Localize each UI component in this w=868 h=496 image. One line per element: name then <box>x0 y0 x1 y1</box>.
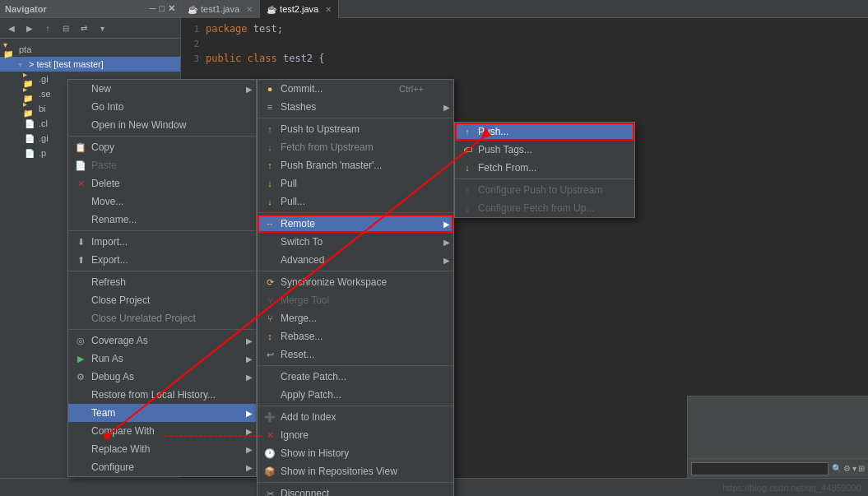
menu-export[interactable]: ⬆ Export... <box>68 251 256 269</box>
back-btn[interactable]: ◀ <box>3 20 20 36</box>
team-remote[interactable]: ↔ Remote ▶ <box>258 215 453 233</box>
tree-label-bi: bi <box>39 104 46 114</box>
navigator-title-bar: Navigator ─ □ ✕ <box>0 0 180 18</box>
menu-coverage-as[interactable]: ◎ Coverage As ▶ <box>68 331 256 350</box>
file-icon-gi2: 📄 <box>23 132 36 145</box>
pull-icon: ↓ <box>262 176 277 191</box>
sep4 <box>68 329 256 330</box>
team-rebase[interactable]: ↕ Rebase... <box>258 327 453 345</box>
menu-import[interactable]: ⬇ Import... <box>68 233 256 251</box>
team-show-repos[interactable]: 📦 Show in Repositories View <box>258 462 453 480</box>
menu-delete[interactable]: ✕ Delete <box>68 174 256 192</box>
push-icon: ↑ <box>460 124 475 139</box>
team-ignore[interactable]: ✕ Ignore <box>258 426 453 444</box>
menu-compare-with[interactable]: Compare With ▶ <box>68 422 256 440</box>
forward-btn[interactable]: ▶ <box>21 20 38 36</box>
menu-paste[interactable]: 📄 Paste <box>68 156 256 174</box>
line-content-2 <box>206 38 211 49</box>
remote-sep <box>455 178 634 179</box>
remote-push-tags[interactable]: 🏷 Push Tags... <box>455 141 634 159</box>
sep3 <box>68 271 256 271</box>
team-create-patch[interactable]: Create Patch... <box>258 368 453 386</box>
menu-run-as[interactable]: ▶ Run As ▶ <box>68 350 256 368</box>
team-stashes[interactable]: ≡ Stashes ▶ <box>258 98 453 116</box>
team-arrow: ▶ <box>246 409 253 418</box>
menu-copy[interactable]: 📋 Copy <box>68 138 256 156</box>
close-unrelated-icon <box>73 311 88 326</box>
menu-team[interactable]: Team ▶ <box>68 404 256 422</box>
team-switch-to[interactable]: Switch To ▶ <box>258 233 453 251</box>
team-pull-dots[interactable]: ↓ Pull... <box>258 192 453 211</box>
watermark-text: https://blog.csdn.net/qq_44859000 <box>722 483 861 493</box>
link-btn[interactable]: ⇄ <box>76 20 92 36</box>
tree-label-cl: .cl <box>39 118 48 128</box>
maximize-btn[interactable]: □ <box>159 3 165 14</box>
menu-btn[interactable]: ▾ <box>94 20 110 36</box>
team-merge[interactable]: ⑂ Merge... <box>258 309 453 327</box>
team-push-branch[interactable]: ↑ Push Branch 'master'... <box>258 156 453 174</box>
project-icon-test: ▾ <box>13 58 26 71</box>
team-disconnect[interactable]: ✂ Disconnect <box>258 484 453 496</box>
team-add-index[interactable]: ➕ Add to Index <box>258 408 453 426</box>
reset-icon: ↩ <box>262 347 277 362</box>
navigator-title: Navigator <box>5 4 47 14</box>
code-line-2: 2 <box>181 36 868 51</box>
line-num-3: 3 <box>181 53 206 64</box>
line-content-3: public class test2 { <box>206 53 325 64</box>
configure-arrow: ▶ <box>246 463 253 472</box>
menu-move[interactable]: Move... <box>68 192 256 211</box>
tree-label-gi2: .gi <box>39 133 49 143</box>
tab2-close[interactable]: ✕ <box>325 5 332 14</box>
remote-submenu: ↑ Push... 🏷 Push Tags... ↓ Fetch From...… <box>454 122 635 218</box>
rebase-icon: ↕ <box>262 329 277 344</box>
menu-refresh[interactable]: Refresh <box>68 273 256 291</box>
history-icon: 🕐 <box>262 446 277 461</box>
tab-test2[interactable]: ☕ test2.java ✕ <box>260 0 339 18</box>
fetch-from-icon: ↓ <box>460 160 475 175</box>
switch-arrow: ▶ <box>443 238 450 247</box>
tree-item-pta[interactable]: ▾📁 pta <box>0 42 180 57</box>
close-navigator-btn[interactable]: ✕ <box>168 3 175 14</box>
team-merge-tool[interactable]: ⑂ Merge Tool <box>258 291 453 309</box>
nav-controls: ─ □ ✕ <box>150 3 175 14</box>
menu-configure[interactable]: Configure ▶ <box>68 458 256 476</box>
remote-fetch-from[interactable]: ↓ Fetch From... <box>455 159 634 177</box>
team-push-upstream[interactable]: ↑ Push to Upstream <box>258 120 453 138</box>
team-fetch-upstream[interactable]: ↓ Fetch from Upstream <box>258 138 453 156</box>
import-icon: ⬇ <box>73 234 88 249</box>
team-sep4 <box>258 406 453 406</box>
team-advanced[interactable]: Advanced ▶ <box>258 251 453 269</box>
more-toolbar-icon[interactable]: ▾ <box>852 464 856 473</box>
new-icon <box>73 81 88 96</box>
menu-replace-with[interactable]: Replace With ▶ <box>68 440 256 458</box>
remote-configure-push[interactable]: ↑ Configure Push to Upstream <box>455 181 634 199</box>
menu-open-new-window[interactable]: Open in New Window <box>68 116 256 134</box>
team-commit[interactable]: ● Commit... Ctrl++ <box>258 80 453 98</box>
team-sync-workspace[interactable]: ⟳ Synchronize Workspace <box>258 273 453 291</box>
team-pull[interactable]: ↓ Pull <box>258 174 453 192</box>
tab1-close[interactable]: ✕ <box>246 5 253 14</box>
team-show-history[interactable]: 🕐 Show in History <box>258 444 453 462</box>
menu-rename[interactable]: Rename... <box>68 211 256 229</box>
menu-close-unrelated[interactable]: Close Unrelated Project <box>68 309 256 327</box>
menu-debug-as[interactable]: ⚙ Debug As ▶ <box>68 368 256 386</box>
remote-configure-fetch[interactable]: ↓ Configure Fetch from Up... <box>455 199 634 217</box>
menu-close-project[interactable]: Close Project <box>68 291 256 309</box>
tab-test1[interactable]: ☕ test1.java ✕ <box>181 0 260 18</box>
tab1-icon: ☕ <box>188 5 197 14</box>
grid-toolbar-icon[interactable]: ⊞ <box>858 464 865 473</box>
grey-area: 🔍 ⚙ ▾ ⊞ <box>687 396 868 478</box>
menu-new[interactable]: New ▶ <box>68 80 256 98</box>
minimize-btn[interactable]: ─ <box>150 3 156 14</box>
go-into-icon <box>73 100 88 114</box>
search-toolbar-icon[interactable]: 🔍 <box>832 464 842 473</box>
up-btn[interactable]: ↑ <box>39 20 56 36</box>
collapse-btn[interactable]: ⊟ <box>58 20 74 36</box>
remote-push[interactable]: ↑ Push... <box>455 123 634 141</box>
menu-go-into[interactable]: Go Into <box>68 98 256 116</box>
team-apply-patch[interactable]: Apply Patch... <box>258 386 453 404</box>
menu-restore-history[interactable]: Restore from Local History... <box>68 386 256 404</box>
advanced-icon <box>262 253 277 267</box>
team-reset[interactable]: ↩ Reset... <box>258 345 453 364</box>
settings-toolbar-icon[interactable]: ⚙ <box>843 464 851 473</box>
